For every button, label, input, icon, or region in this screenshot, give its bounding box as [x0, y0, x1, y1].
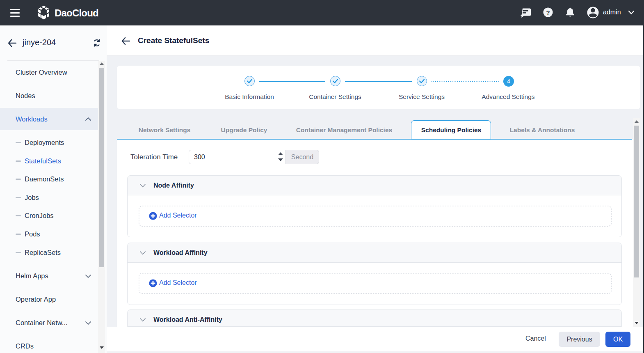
- svg-text:?: ?: [546, 9, 550, 16]
